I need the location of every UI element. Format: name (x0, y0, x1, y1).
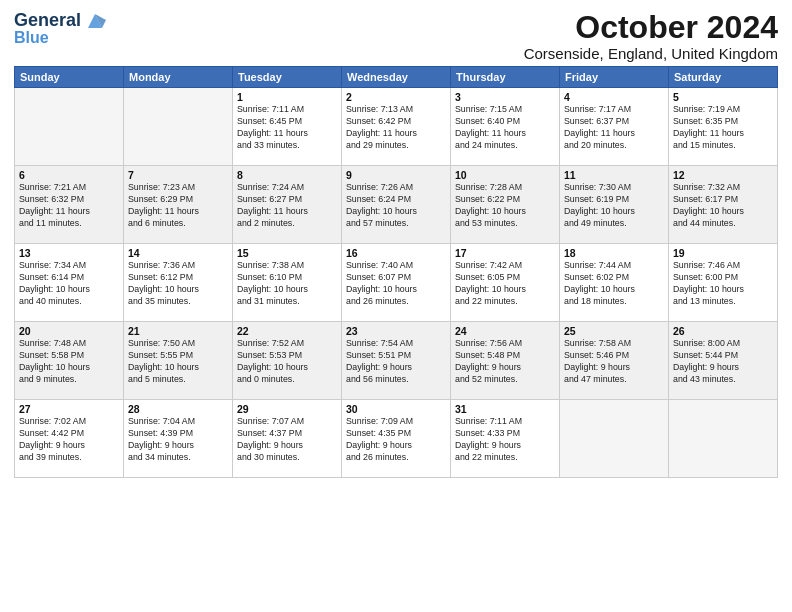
day-number: 18 (564, 247, 664, 259)
day-info: Sunrise: 7:23 AM Sunset: 6:29 PM Dayligh… (128, 182, 228, 230)
calendar-day-9: 9Sunrise: 7:26 AM Sunset: 6:24 PM Daylig… (342, 166, 451, 244)
calendar-day-25: 25Sunrise: 7:58 AM Sunset: 5:46 PM Dayli… (560, 322, 669, 400)
day-number: 26 (673, 325, 773, 337)
day-number: 11 (564, 169, 664, 181)
day-number: 21 (128, 325, 228, 337)
day-number: 13 (19, 247, 119, 259)
calendar-table: SundayMondayTuesdayWednesdayThursdayFrid… (14, 66, 778, 478)
calendar-day-24: 24Sunrise: 7:56 AM Sunset: 5:48 PM Dayli… (451, 322, 560, 400)
weekday-header-tuesday: Tuesday (233, 67, 342, 88)
day-number: 19 (673, 247, 773, 259)
day-info: Sunrise: 7:21 AM Sunset: 6:32 PM Dayligh… (19, 182, 119, 230)
calendar-week-row: 1Sunrise: 7:11 AM Sunset: 6:45 PM Daylig… (15, 88, 778, 166)
day-number: 17 (455, 247, 555, 259)
page: General Blue October 2024 Corsenside, En… (0, 0, 792, 488)
day-info: Sunrise: 7:56 AM Sunset: 5:48 PM Dayligh… (455, 338, 555, 386)
calendar-day-20: 20Sunrise: 7:48 AM Sunset: 5:58 PM Dayli… (15, 322, 124, 400)
day-number: 15 (237, 247, 337, 259)
day-number: 6 (19, 169, 119, 181)
calendar-day-22: 22Sunrise: 7:52 AM Sunset: 5:53 PM Dayli… (233, 322, 342, 400)
day-info: Sunrise: 7:44 AM Sunset: 6:02 PM Dayligh… (564, 260, 664, 308)
day-number: 14 (128, 247, 228, 259)
logo: General Blue (14, 10, 106, 47)
calendar-day-21: 21Sunrise: 7:50 AM Sunset: 5:55 PM Dayli… (124, 322, 233, 400)
day-info: Sunrise: 7:07 AM Sunset: 4:37 PM Dayligh… (237, 416, 337, 464)
month-title: October 2024 (524, 10, 778, 45)
calendar-day-26: 26Sunrise: 8:00 AM Sunset: 5:44 PM Dayli… (669, 322, 778, 400)
day-info: Sunrise: 7:11 AM Sunset: 6:45 PM Dayligh… (237, 104, 337, 152)
calendar-day-2: 2Sunrise: 7:13 AM Sunset: 6:42 PM Daylig… (342, 88, 451, 166)
day-info: Sunrise: 7:58 AM Sunset: 5:46 PM Dayligh… (564, 338, 664, 386)
weekday-header-thursday: Thursday (451, 67, 560, 88)
calendar-day-10: 10Sunrise: 7:28 AM Sunset: 6:22 PM Dayli… (451, 166, 560, 244)
calendar-empty-cell (15, 88, 124, 166)
title-block: October 2024 Corsenside, England, United… (524, 10, 778, 62)
day-info: Sunrise: 7:36 AM Sunset: 6:12 PM Dayligh… (128, 260, 228, 308)
day-info: Sunrise: 7:32 AM Sunset: 6:17 PM Dayligh… (673, 182, 773, 230)
day-number: 12 (673, 169, 773, 181)
day-info: Sunrise: 7:26 AM Sunset: 6:24 PM Dayligh… (346, 182, 446, 230)
day-info: Sunrise: 7:17 AM Sunset: 6:37 PM Dayligh… (564, 104, 664, 152)
weekday-header-saturday: Saturday (669, 67, 778, 88)
day-number: 2 (346, 91, 446, 103)
calendar-day-11: 11Sunrise: 7:30 AM Sunset: 6:19 PM Dayli… (560, 166, 669, 244)
calendar-day-19: 19Sunrise: 7:46 AM Sunset: 6:00 PM Dayli… (669, 244, 778, 322)
calendar-week-row: 6Sunrise: 7:21 AM Sunset: 6:32 PM Daylig… (15, 166, 778, 244)
calendar-day-12: 12Sunrise: 7:32 AM Sunset: 6:17 PM Dayli… (669, 166, 778, 244)
day-number: 31 (455, 403, 555, 415)
calendar-empty-cell (560, 400, 669, 478)
calendar-day-29: 29Sunrise: 7:07 AM Sunset: 4:37 PM Dayli… (233, 400, 342, 478)
calendar-day-16: 16Sunrise: 7:40 AM Sunset: 6:07 PM Dayli… (342, 244, 451, 322)
day-number: 9 (346, 169, 446, 181)
day-info: Sunrise: 7:48 AM Sunset: 5:58 PM Dayligh… (19, 338, 119, 386)
day-info: Sunrise: 7:19 AM Sunset: 6:35 PM Dayligh… (673, 104, 773, 152)
calendar-day-4: 4Sunrise: 7:17 AM Sunset: 6:37 PM Daylig… (560, 88, 669, 166)
day-info: Sunrise: 7:02 AM Sunset: 4:42 PM Dayligh… (19, 416, 119, 464)
day-info: Sunrise: 7:30 AM Sunset: 6:19 PM Dayligh… (564, 182, 664, 230)
calendar-day-7: 7Sunrise: 7:23 AM Sunset: 6:29 PM Daylig… (124, 166, 233, 244)
calendar-day-1: 1Sunrise: 7:11 AM Sunset: 6:45 PM Daylig… (233, 88, 342, 166)
day-info: Sunrise: 7:13 AM Sunset: 6:42 PM Dayligh… (346, 104, 446, 152)
day-number: 7 (128, 169, 228, 181)
calendar-week-row: 13Sunrise: 7:34 AM Sunset: 6:14 PM Dayli… (15, 244, 778, 322)
calendar-day-28: 28Sunrise: 7:04 AM Sunset: 4:39 PM Dayli… (124, 400, 233, 478)
day-info: Sunrise: 7:15 AM Sunset: 6:40 PM Dayligh… (455, 104, 555, 152)
day-info: Sunrise: 7:28 AM Sunset: 6:22 PM Dayligh… (455, 182, 555, 230)
day-info: Sunrise: 7:04 AM Sunset: 4:39 PM Dayligh… (128, 416, 228, 464)
calendar-day-14: 14Sunrise: 7:36 AM Sunset: 6:12 PM Dayli… (124, 244, 233, 322)
day-number: 16 (346, 247, 446, 259)
day-number: 27 (19, 403, 119, 415)
calendar-day-3: 3Sunrise: 7:15 AM Sunset: 6:40 PM Daylig… (451, 88, 560, 166)
weekday-header-monday: Monday (124, 67, 233, 88)
calendar-week-row: 20Sunrise: 7:48 AM Sunset: 5:58 PM Dayli… (15, 322, 778, 400)
calendar-day-5: 5Sunrise: 7:19 AM Sunset: 6:35 PM Daylig… (669, 88, 778, 166)
calendar-week-row: 27Sunrise: 7:02 AM Sunset: 4:42 PM Dayli… (15, 400, 778, 478)
day-info: Sunrise: 7:42 AM Sunset: 6:05 PM Dayligh… (455, 260, 555, 308)
calendar-day-30: 30Sunrise: 7:09 AM Sunset: 4:35 PM Dayli… (342, 400, 451, 478)
day-number: 8 (237, 169, 337, 181)
calendar-empty-cell (124, 88, 233, 166)
calendar-day-31: 31Sunrise: 7:11 AM Sunset: 4:33 PM Dayli… (451, 400, 560, 478)
calendar-day-18: 18Sunrise: 7:44 AM Sunset: 6:02 PM Dayli… (560, 244, 669, 322)
calendar-day-6: 6Sunrise: 7:21 AM Sunset: 6:32 PM Daylig… (15, 166, 124, 244)
day-number: 3 (455, 91, 555, 103)
day-info: Sunrise: 7:09 AM Sunset: 4:35 PM Dayligh… (346, 416, 446, 464)
day-number: 30 (346, 403, 446, 415)
logo-icon (84, 10, 106, 32)
day-info: Sunrise: 7:50 AM Sunset: 5:55 PM Dayligh… (128, 338, 228, 386)
day-info: Sunrise: 7:11 AM Sunset: 4:33 PM Dayligh… (455, 416, 555, 464)
day-number: 1 (237, 91, 337, 103)
weekday-header-wednesday: Wednesday (342, 67, 451, 88)
day-info: Sunrise: 7:52 AM Sunset: 5:53 PM Dayligh… (237, 338, 337, 386)
day-info: Sunrise: 8:00 AM Sunset: 5:44 PM Dayligh… (673, 338, 773, 386)
weekday-header-row: SundayMondayTuesdayWednesdayThursdayFrid… (15, 67, 778, 88)
day-number: 25 (564, 325, 664, 337)
calendar-day-27: 27Sunrise: 7:02 AM Sunset: 4:42 PM Dayli… (15, 400, 124, 478)
day-number: 4 (564, 91, 664, 103)
calendar-empty-cell (669, 400, 778, 478)
weekday-header-sunday: Sunday (15, 67, 124, 88)
day-number: 24 (455, 325, 555, 337)
logo-text-general: General (14, 11, 81, 31)
calendar-day-8: 8Sunrise: 7:24 AM Sunset: 6:27 PM Daylig… (233, 166, 342, 244)
calendar-day-13: 13Sunrise: 7:34 AM Sunset: 6:14 PM Dayli… (15, 244, 124, 322)
